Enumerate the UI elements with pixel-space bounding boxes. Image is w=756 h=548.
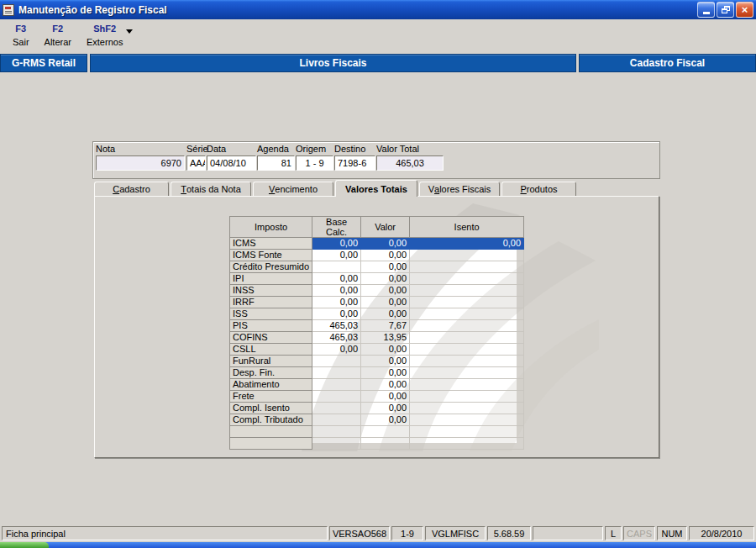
cell-valor[interactable]: 13,95 — [361, 332, 410, 344]
cell-valor[interactable]: 0,00 — [361, 403, 410, 414]
table-row-desp-fin[interactable]: Desp. Fin.0,00 — [230, 367, 524, 379]
cell-isento[interactable] — [410, 261, 524, 273]
cell-imposto[interactable]: IPI — [230, 273, 312, 285]
cell-isento[interactable] — [410, 273, 524, 285]
toolbar-button-alterar[interactable]: F2Alterar — [37, 22, 79, 49]
cell-base[interactable] — [312, 414, 361, 426]
tab-valores-fiscais[interactable]: Valores Fiscais — [419, 182, 500, 196]
cell-isento[interactable] — [410, 285, 524, 297]
cell-base[interactable] — [312, 391, 361, 403]
cell-imposto[interactable]: ICMS Fonte — [230, 250, 312, 261]
cell-valor[interactable]: 0,00 — [361, 356, 410, 367]
cell-base[interactable] — [312, 379, 361, 391]
dropdown-caret-icon[interactable] — [126, 29, 133, 34]
cell-isento[interactable] — [410, 414, 524, 426]
cell-base[interactable] — [312, 356, 361, 367]
cell-base[interactable]: 0,00 — [312, 344, 361, 356]
cell-imposto[interactable] — [230, 438, 312, 450]
cell-valor[interactable] — [361, 426, 410, 438]
cell-base[interactable]: 0,00 — [312, 297, 361, 308]
cell-imposto[interactable]: COFINS — [230, 332, 312, 344]
cell-isento[interactable] — [410, 403, 524, 414]
start-button-sliver[interactable] — [0, 542, 49, 548]
cell-valor[interactable]: 0,00 — [361, 297, 410, 308]
cell-base[interactable] — [312, 261, 361, 273]
field-value[interactable]: AAA — [186, 155, 206, 171]
cell-imposto[interactable]: Compl. Isento — [230, 403, 312, 414]
field-value[interactable]: 81 — [257, 155, 295, 171]
cell-isento[interactable] — [410, 344, 524, 356]
table-row-cofins[interactable]: COFINS465,0313,95 — [230, 332, 524, 344]
titlebar[interactable]: Manutenção de Registro Fiscal × — [0, 0, 756, 19]
cell-valor[interactable]: 0,00 — [361, 391, 410, 403]
tab-totais-da-nota[interactable]: Totais da Nota — [171, 182, 251, 196]
field-value[interactable]: 7198-6 — [334, 155, 375, 171]
cell-valor[interactable]: 0,00 — [361, 414, 410, 426]
cell-isento[interactable] — [410, 367, 524, 379]
cell-imposto[interactable]: FunRural — [230, 356, 312, 367]
table-row-blank[interactable] — [230, 426, 524, 438]
cell-isento[interactable] — [410, 250, 524, 261]
table-row-irrf[interactable]: IRRF0,000,00 — [230, 297, 524, 308]
cell-valor[interactable]: 0,00 — [361, 344, 410, 356]
cell-isento[interactable]: 0,00 — [410, 238, 524, 250]
tab-valores-totais[interactable]: Valores Totais — [335, 180, 417, 197]
taskbar[interactable] — [0, 542, 756, 548]
cell-valor[interactable]: 0,00 — [361, 308, 410, 320]
cell-base[interactable] — [312, 367, 361, 379]
cell-base[interactable] — [312, 403, 361, 414]
cell-isento[interactable] — [410, 332, 524, 344]
cell-imposto[interactable]: Desp. Fin. — [230, 367, 312, 379]
cell-base[interactable]: 0,00 — [312, 273, 361, 285]
table-row-frete[interactable]: Frete0,00 — [230, 391, 524, 403]
cell-base[interactable]: 0,00 — [312, 250, 361, 261]
cell-valor[interactable]: 0,00 — [361, 238, 410, 250]
cell-base[interactable]: 0,00 — [312, 285, 361, 297]
table-row-abatimento[interactable]: Abatimento0,00 — [230, 379, 524, 391]
tab-produtos[interactable]: Produtos — [501, 182, 576, 196]
cell-imposto[interactable] — [230, 426, 312, 438]
field-value[interactable]: 465,03 — [376, 155, 444, 171]
field-value[interactable]: 04/08/10 — [207, 155, 256, 171]
table-row-ipi[interactable]: IPI0,000,00 — [230, 273, 524, 285]
cell-base[interactable] — [312, 438, 361, 450]
cell-imposto[interactable]: Frete — [230, 391, 312, 403]
field-value[interactable]: 1 - 9 — [296, 155, 333, 171]
tab-vencimento[interactable]: Vencimento — [253, 182, 333, 196]
cell-valor[interactable]: 7,67 — [361, 320, 410, 332]
cell-isento[interactable] — [410, 297, 524, 308]
cell-isento[interactable] — [410, 426, 524, 438]
toolbar-button-externos[interactable]: ShF2Externos — [79, 22, 130, 49]
cell-valor[interactable] — [361, 438, 410, 450]
close-button[interactable]: × — [736, 2, 753, 18]
cell-isento[interactable] — [410, 391, 524, 403]
cell-isento[interactable] — [410, 320, 524, 332]
cell-imposto[interactable]: Compl. Tributado — [230, 414, 312, 426]
cell-imposto[interactable]: ISS — [230, 308, 312, 320]
cell-isento[interactable] — [410, 308, 524, 320]
cell-isento[interactable] — [410, 438, 524, 450]
table-row-funrural[interactable]: FunRural0,00 — [230, 356, 524, 367]
table-row-compl-isento[interactable]: Compl. Isento0,00 — [230, 403, 524, 414]
cell-base[interactable]: 465,03 — [312, 320, 361, 332]
table-row-icms[interactable]: ICMS0,000,000,00 — [230, 238, 524, 250]
table-row-credito-presumido[interactable]: Crédito Presumido0,00 — [230, 261, 524, 273]
table-row-iss[interactable]: ISS0,000,00 — [230, 308, 524, 320]
minimize-button[interactable] — [697, 2, 715, 18]
restore-button[interactable] — [717, 2, 734, 18]
cell-base[interactable]: 465,03 — [312, 332, 361, 344]
cell-valor[interactable]: 0,00 — [361, 261, 410, 273]
table-row-icms-fonte[interactable]: ICMS Fonte0,000,00 — [230, 250, 524, 261]
cell-imposto[interactable]: Abatimento — [230, 379, 312, 391]
cell-imposto[interactable]: INSS — [230, 285, 312, 297]
table-row-blank[interactable] — [230, 438, 524, 450]
cell-valor[interactable]: 0,00 — [361, 273, 410, 285]
cell-imposto[interactable]: CSLL — [230, 344, 312, 356]
cell-valor[interactable]: 0,00 — [361, 379, 410, 391]
cell-imposto[interactable]: Crédito Presumido — [230, 261, 312, 273]
cell-base[interactable] — [312, 426, 361, 438]
tab-cadastro[interactable]: Cadastro — [94, 182, 169, 196]
cell-isento[interactable] — [410, 379, 524, 391]
cell-valor[interactable]: 0,00 — [361, 285, 410, 297]
cell-base[interactable]: 0,00 — [312, 308, 361, 320]
